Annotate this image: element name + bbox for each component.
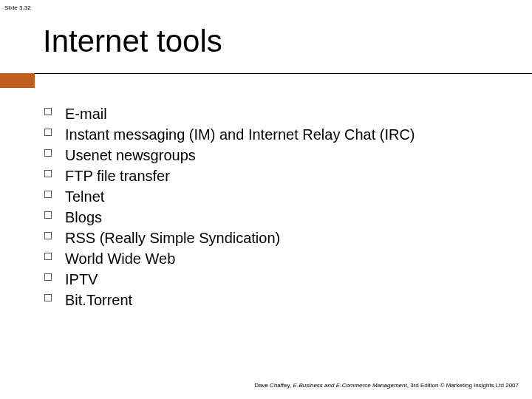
list-item-text: Usenet newsgroups <box>65 147 196 163</box>
square-bullet-icon <box>44 273 52 281</box>
list-item: E-mail <box>44 103 510 124</box>
square-bullet-icon <box>44 129 52 136</box>
list-item-text: World Wide Web <box>65 250 175 267</box>
list-item-text: Telnet <box>65 188 104 205</box>
square-bullet-icon <box>44 253 52 260</box>
list-item: World Wide Web <box>44 248 510 269</box>
footer-edition: , 3rd Edition © Marketing Insights Ltd 2… <box>407 382 519 389</box>
square-bullet-icon <box>44 108 52 115</box>
list-item-text: RSS (Really Simple Syndication) <box>65 230 280 246</box>
list-item: Telnet <box>44 186 510 207</box>
list-item-text: FTP file transfer <box>65 168 170 184</box>
footer-book-title: E-Business and E-Commerce Management <box>293 382 406 389</box>
footer-citation: Dave Chaffey, E-Business and E-Commerce … <box>254 382 519 389</box>
accent-bar <box>0 73 35 88</box>
list-item: RSS (Really Simple Syndication) <box>44 228 510 248</box>
square-bullet-icon <box>44 211 52 219</box>
list-item: Usenet newsgroups <box>44 145 510 166</box>
square-bullet-icon <box>44 294 52 301</box>
square-bullet-icon <box>44 232 52 239</box>
square-bullet-icon <box>44 149 52 157</box>
slide-number-label: Slide 3.32 <box>4 4 31 11</box>
list-item-text: IPTV <box>65 271 98 287</box>
square-bullet-icon <box>44 191 52 198</box>
footer-author: Dave Chaffey, <box>254 382 293 389</box>
bullet-list: E-mail Instant messaging (IM) and Intern… <box>44 103 510 310</box>
list-item: Instant messaging (IM) and Internet Rela… <box>44 124 510 145</box>
list-item: Blogs <box>44 207 510 228</box>
list-item-text: Instant messaging (IM) and Internet Rela… <box>65 126 415 143</box>
list-item: FTP file transfer <box>44 166 510 186</box>
content-area: E-mail Instant messaging (IM) and Intern… <box>44 103 510 310</box>
list-item: IPTV <box>44 269 510 290</box>
square-bullet-icon <box>44 170 52 177</box>
list-item: Bit.Torrent <box>44 290 510 310</box>
title-underline <box>0 73 532 74</box>
slide-title: Internet tools <box>43 24 222 59</box>
list-item-text: E-mail <box>65 106 107 122</box>
list-item-text: Blogs <box>65 209 102 225</box>
list-item-text: Bit.Torrent <box>65 292 132 308</box>
